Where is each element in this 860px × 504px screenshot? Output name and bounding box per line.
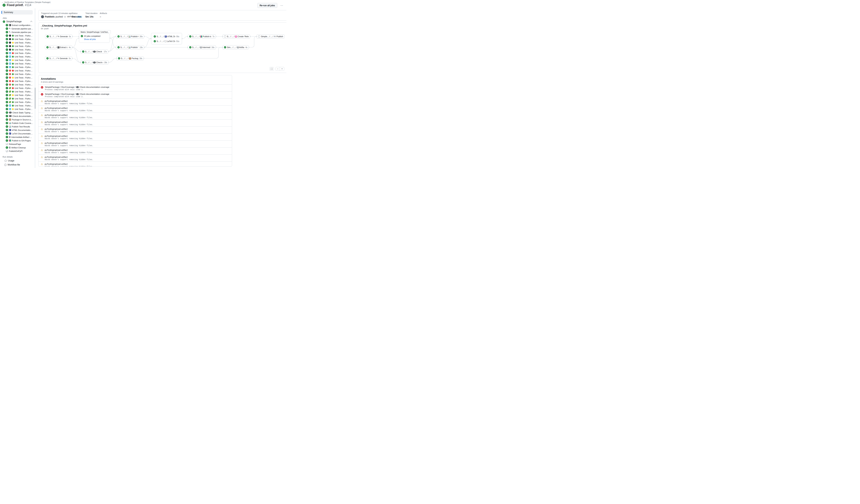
annotations-header: Annotations 2 errors and 10 warnings — [39, 75, 232, 85]
sidebar-job-item[interactable]: Unit Tests - Python 3.11 — [0, 76, 34, 80]
sidebar-job-item[interactable]: Unit Tests - Python 3.10 — [0, 38, 34, 41]
sidebar-job-item[interactable]: Unit Tests - Python 3.11 — [0, 58, 34, 62]
run-details-item-workflow-file[interactable]: Workflow file — [0, 163, 34, 167]
sidebar-job-item[interactable]: Unit Tests - Python 3.10 — [0, 72, 34, 76]
sidebar-job-item[interactable]: Intermediate Artifact Cleanup — [0, 135, 34, 139]
sidebar-job-item[interactable]: Unit Tests - Python 3.11 — [0, 41, 34, 44]
eye-icon — [9, 115, 12, 117]
sidebar-scrollbar[interactable] — [34, 9, 36, 168]
zoom-out-button[interactable]: − — [275, 67, 280, 71]
success-check-icon — [46, 35, 49, 38]
fullscreen-button[interactable] — [269, 67, 274, 71]
sidebar-job-item[interactable]: Check documentation covera... — [0, 114, 34, 118]
scrollbar-thumb[interactable] — [34, 88, 36, 109]
graph-node-publish-gh-pages[interactable]: S... / ... / Publish to GH-P...7s — [188, 34, 216, 39]
graph-node-package-source-wheel[interactable]: S... / ... / Package in Sou...18s — [116, 56, 144, 60]
success-check-icon — [6, 129, 8, 131]
skipped-icon — [224, 35, 226, 38]
node-duration: 55s — [176, 35, 179, 38]
matrix-completed-text: 22 jobs completed — [84, 35, 100, 37]
header: ←Verification of Pipeline Templates (Sim… — [0, 0, 286, 9]
graph-node-publish-to-pypi[interactable]: Simple... / ... / Publish to PyPI — [257, 34, 285, 39]
graph-node-generate-params-1[interactable]: S... / ... / ✎Generate pipelin...0s — [45, 34, 72, 39]
graph-node-check-doc-coverage[interactable]: S... / ... / Check docume...18s — [81, 60, 109, 64]
annotation-title: pyTooling/upload-artifact — [45, 142, 93, 144]
breadcrumb[interactable]: ←Verification of Pipeline Templates (Sim… — [1, 1, 51, 3]
sidebar-job-item[interactable]: Unit Tests - Python 3.9 — [0, 86, 34, 90]
success-check-icon — [117, 46, 120, 48]
graph-node-publish-test-results[interactable]: S... / ... / Publish Test Re...13s — [116, 45, 144, 49]
windows-icon — [9, 59, 11, 61]
graph-node-extract-configurations[interactable]: S... / ... / Extract configur...4s — [45, 45, 72, 49]
sidebar-job-item[interactable]: Unit Tests - Python 3.13 — [0, 48, 34, 52]
sidebar-job-item[interactable]: LaTeX Documentation using ... — [0, 132, 34, 135]
page-title: Fixed printf. — [7, 3, 24, 7]
sidebar-job-item[interactable]: Unit Tests - Python 3.13 — [0, 66, 34, 69]
sidebar-job-item[interactable]: ReleasePage — [0, 142, 34, 146]
success-check-icon — [6, 101, 8, 103]
graph-node-artifact-cleanup[interactable]: Sim... / ... / Artifact Cleanup4s — [223, 45, 249, 49]
sidebar-job-item[interactable]: Publish to GH-Pages — [0, 139, 34, 142]
sidebar-job-item[interactable]: Unit Tests - Python 3.9 — [0, 52, 34, 55]
show-all-jobs-link[interactable]: Show all jobs — [84, 38, 96, 40]
sidebar-job-item[interactable]: Unit Tests - Python 3.10 — [0, 55, 34, 58]
success-check-icon — [6, 118, 8, 121]
success-check-icon — [6, 83, 8, 86]
graph-node-latex-documentation[interactable]: S... / ... / LaTeX Docume...51s — [153, 39, 181, 43]
sidebar-group-simplepackage[interactable]: SimplePackage — [0, 20, 34, 24]
sidebar-job-item[interactable]: Unit Tests - Python 3.13 — [0, 83, 34, 86]
sidebar-job-item[interactable]: Unit Tests - Python 3.12 — [0, 107, 34, 111]
job-label: Publish to GH-Pages — [12, 140, 31, 142]
sidebar-job-item[interactable]: Extract configurations from p... — [0, 24, 34, 27]
graph-node-intermediate-artifact-cleanup[interactable]: S... / ... / Intermediate A...16s — [188, 45, 216, 49]
zoom-in-button[interactable]: + — [280, 67, 284, 71]
sidebar-job-item[interactable]: Unit Tests - Python 3.12 — [0, 80, 34, 83]
annotation-title: pyTooling/upload-artifact — [45, 156, 93, 158]
sidebar-job-item[interactable]: Package in Source and Wheel... — [0, 118, 34, 121]
graph-node-html-documentation[interactable]: S... / ... / HTML Docume...55s — [153, 34, 181, 39]
sidebar-item-summary[interactable]: Summary — [1, 10, 33, 15]
sidebar-job-item[interactable]: Unit Tests - Python 3.12 — [0, 62, 34, 66]
sidebar-job-item[interactable]: Unit Tests - Python 3.13 — [0, 100, 34, 104]
node-duration: 13s — [140, 46, 143, 48]
sidebar-job-item[interactable]: ✎Generate pipeline parameters — [0, 30, 34, 34]
sidebar-job-item[interactable]: Artifact Cleanup — [0, 146, 34, 149]
job-label: Unit Tests - Python 3.12 — [15, 98, 33, 100]
sidebar-job-item[interactable]: Publish Code Coverage Results — [0, 121, 34, 125]
sidebar-job-item[interactable]: Unit Tests - Python 3.11 — [0, 93, 34, 97]
job-label: Extract configurations from p... — [12, 24, 33, 26]
windows-icon — [9, 62, 11, 64]
sidebar-job-item[interactable]: Unit Tests - Python 3.12 — [0, 104, 34, 107]
graph-node-create-release-page[interactable]: S... / ... / Create 'Release Pa... — [223, 34, 250, 39]
sidebar-job-item[interactable]: Unit Tests - Python 3.12 — [0, 97, 34, 100]
run-number: #114 — [25, 3, 31, 7]
node-prefix: S... / ... / — [49, 57, 57, 59]
sidebar-job-item[interactable]: Publish Test Results — [0, 125, 34, 128]
graph-node-check-static-typing[interactable]: S... / ... / Check Static Ty...17s — [81, 49, 108, 54]
kebab-menu-button[interactable]: ⋯ — [279, 3, 284, 8]
rerun-all-jobs-button[interactable]: Re-run all jobs — [257, 3, 277, 8]
graph-node-publish-code-coverage[interactable]: S... / ... / Publish Code C...20s — [116, 34, 144, 39]
sidebar-job-item[interactable]: PublishOnPyPI — [0, 149, 34, 153]
success-check-icon — [6, 104, 8, 107]
node-prefix: S... / ... / — [85, 51, 92, 53]
annotation-content: pyTooling/upload-artifactmacOS doesn't s… — [45, 142, 93, 146]
avatar[interactable] — [41, 15, 44, 18]
job-label: Unit Tests - Python 3.9 — [15, 34, 33, 37]
sidebar-job-item[interactable]: HTML Documentation using ... — [0, 128, 34, 132]
dot-yellow-icon — [12, 94, 14, 96]
job-label: Unit Tests - Python 3.9 — [15, 52, 33, 54]
sidebar-job-item[interactable]: Unit Tests - Python 3.9 — [0, 69, 34, 72]
annotation-title-main: pyTooling/upload-artifact — [45, 100, 68, 102]
sidebar-job-item[interactable]: Unit Tests - Python 3.10 — [0, 90, 34, 93]
actor-name[interactable]: Paebbels — [45, 15, 55, 18]
node-name: Check docume... — [96, 61, 103, 63]
warning-icon: ⚠ — [41, 114, 43, 118]
sidebar-job-item[interactable]: Unit Tests - Python 3.12 — [0, 44, 34, 48]
sidebar-job-item[interactable]: Check Static Typing using Pyt... — [0, 111, 34, 114]
run-details-item-usage[interactable]: Usage — [0, 159, 34, 163]
sidebar-job-item[interactable]: Unit Tests - Python 3.9 — [0, 34, 34, 38]
sidebar-job-item[interactable]: ✎Generate pipeline parameters — [0, 27, 34, 30]
commit-icon — [64, 16, 66, 18]
graph-node-generate-params-2[interactable]: S... / ... / ✎Generate pipelin...0s — [45, 56, 72, 60]
